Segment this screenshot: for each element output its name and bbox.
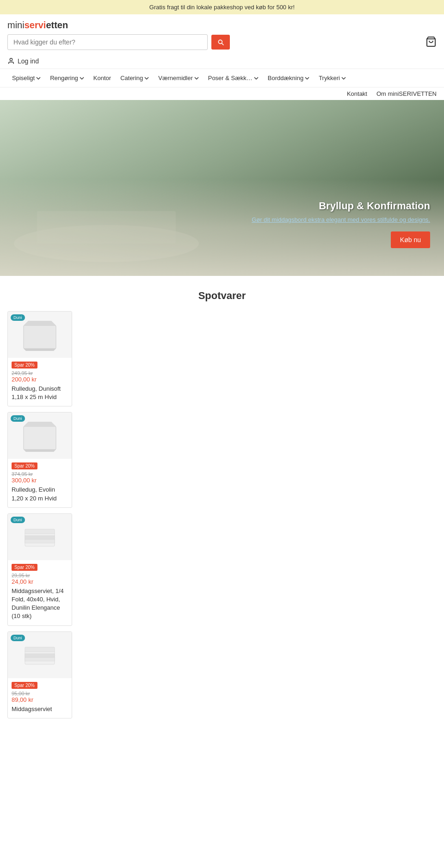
chevron-down-icon [305, 76, 309, 81]
chevron-down-icon [36, 76, 41, 81]
hero-table-decoration [14, 174, 199, 267]
product-info: Spar 20% 29,95 kr 24,00 kr Middagsservie… [8, 560, 72, 625]
product-card[interactable]: Duni Spar 20% 95,00 kr 89,00 kr Middagss… [7, 631, 72, 718]
svg-rect-16 [25, 654, 55, 657]
product-image [21, 639, 58, 671]
search-row [7, 34, 437, 50]
sale-badge: Spar 20% [12, 462, 37, 469]
svg-marker-5 [24, 321, 56, 325]
product-name: Middagsserviet [12, 705, 68, 713]
product-card[interactable]: Duni Spar 20% 374,95 kr 300,00 kr Rulled… [7, 412, 72, 507]
hero-buy-button[interactable]: Køb nu [391, 231, 430, 248]
cart-icon [426, 36, 437, 47]
search-input[interactable] [7, 34, 208, 50]
search-icon [217, 38, 224, 46]
nav-kontor[interactable]: Kontor [89, 69, 116, 87]
svg-rect-13 [25, 539, 55, 543]
logo-servi: servi [25, 20, 46, 30]
logo-mini: mini [7, 20, 25, 30]
svg-point-1 [10, 58, 12, 61]
chevron-down-icon [80, 76, 84, 81]
nav-om-miniservietten[interactable]: Om miniSERIVETTEN [376, 90, 437, 97]
price-current: 300,00 kr [12, 477, 68, 484]
price-current: 200,00 kr [12, 376, 68, 383]
svg-rect-7 [24, 426, 56, 450]
login-label: Log ind [18, 57, 39, 65]
svg-marker-9 [24, 450, 56, 452]
product-name: Rulledug, Dunisoft 1,18 x 25 m Hvid [12, 385, 68, 401]
svg-rect-4 [24, 325, 56, 349]
sale-badge: Spar 20% [12, 564, 37, 571]
price-current: 24,00 kr [12, 578, 68, 585]
search-button[interactable] [211, 35, 230, 50]
product-brand-badge: Duni [11, 415, 25, 422]
product-name: Middagsserviet, 1/4 Fold, 40x40, Hvid, D… [12, 587, 68, 621]
user-icon [7, 57, 15, 65]
product-info: Spar 20% 249,95 kr 200,00 kr Rulledug, D… [8, 358, 72, 406]
svg-rect-3 [37, 211, 176, 244]
header: miniservietten Log ind [0, 14, 444, 69]
nav-catering[interactable]: Catering [116, 69, 154, 87]
svg-rect-12 [25, 536, 55, 539]
products-list: Duni Spar 20% 249,95 kr 200,00 kr Rulled… [0, 311, 444, 724]
price-original: 29,95 kr [12, 573, 68, 578]
product-image-wrapper: Duni [8, 412, 72, 459]
product-info: Spar 20% 374,95 kr 300,00 kr Rulledug, E… [8, 459, 72, 507]
chevron-down-icon [341, 76, 346, 81]
nav-poser-sakke[interactable]: Poser & Sækk… [204, 69, 263, 87]
price-current: 89,00 kr [12, 696, 68, 703]
bottom-spacer [0, 724, 444, 738]
product-brand-badge: Duni [11, 314, 25, 321]
product-card[interactable]: Duni Spar 20% 29,95 kr 24,00 kr Middagss… [7, 513, 72, 626]
product-image-wrapper: Duni [8, 632, 72, 678]
login-link[interactable]: Log ind [7, 54, 437, 69]
top-banner: Gratis fragt til din lokale pakkeshop ve… [0, 0, 444, 14]
chevron-down-icon [194, 76, 199, 81]
nav-kontakt[interactable]: Kontakt [347, 90, 367, 97]
chevron-down-icon [254, 76, 259, 81]
nav-rengoring[interactable]: Rengøring [45, 69, 89, 87]
product-name: Rulledug, Evolin 1,20 x 20 m Hvid [12, 486, 68, 502]
hero-content: Bryllup & Konfirmation Gør dit middagsbo… [252, 191, 444, 276]
product-image-wrapper: Duni [8, 514, 72, 560]
svg-marker-8 [24, 422, 56, 426]
svg-rect-15 [25, 647, 55, 652]
nav-vaernemidler[interactable]: Værnemidler [154, 69, 203, 87]
hero-section: Bryllup & Konfirmation Gør dit middagsbo… [0, 100, 444, 276]
svg-rect-17 [25, 657, 55, 661]
product-brand-badge: Duni [11, 517, 25, 523]
secondary-nav: Kontakt Om miniSERIVETTEN [0, 87, 444, 100]
spotvarer-title: Spotvarer [0, 276, 444, 311]
product-image-wrapper: Duni [8, 312, 72, 358]
hero-subtitle: Gør dit middagsbord ekstra elegant med v… [252, 216, 430, 224]
nav-trykkeri[interactable]: Trykkeri [314, 69, 351, 87]
price-original: 249,95 kr [12, 370, 68, 376]
product-card[interactable]: Duni Spar 20% 249,95 kr 200,00 kr Rulled… [7, 311, 72, 406]
nav-borddaekning[interactable]: Borddækning [263, 69, 314, 87]
price-original: 95,00 kr [12, 691, 68, 696]
svg-marker-6 [24, 349, 56, 351]
logo-etten: etten [46, 20, 68, 30]
product-image [21, 419, 58, 452]
cart-button[interactable] [426, 36, 437, 49]
price-original: 374,95 kr [12, 471, 68, 477]
sale-badge: Spar 20% [12, 682, 37, 689]
chevron-down-icon [144, 76, 149, 81]
svg-rect-11 [25, 529, 55, 534]
product-brand-badge: Duni [11, 635, 25, 641]
banner-text: Gratis fragt til din lokale pakkeshop ve… [149, 4, 295, 11]
sale-badge: Spar 20% [12, 362, 37, 368]
nav-spiseligt[interactable]: Spiseligt [7, 69, 45, 87]
product-info: Spar 20% 95,00 kr 89,00 kr Middagsservie… [8, 678, 72, 718]
product-image [21, 521, 58, 553]
hero-title: Bryllup & Konfirmation [252, 200, 430, 212]
product-image [21, 318, 58, 351]
logo[interactable]: miniservietten [7, 20, 68, 31]
primary-nav: Spiseligt Rengøring Kontor Catering Værn… [0, 69, 444, 87]
